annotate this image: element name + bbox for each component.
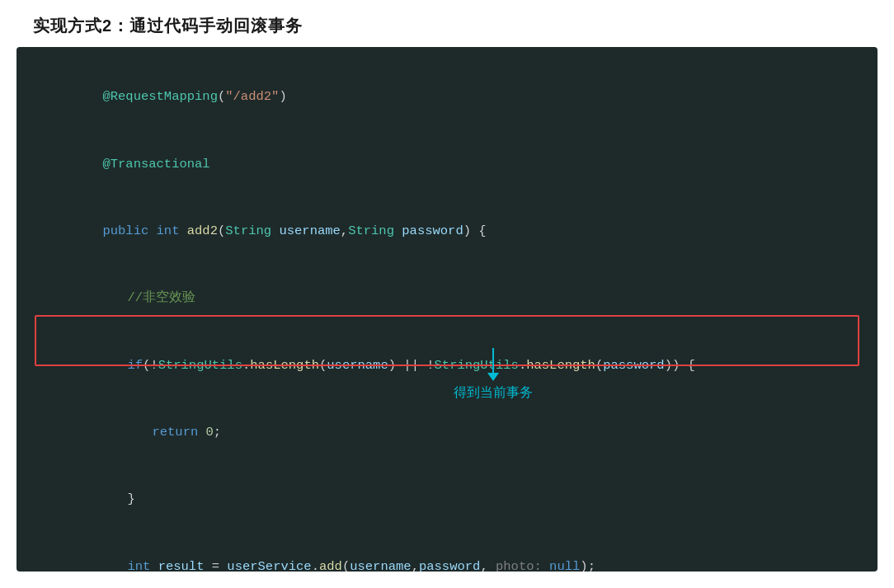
code-block: @RequestMapping("/add2") @Transactional …: [41, 64, 853, 572]
line-7: }: [41, 466, 853, 533]
line-8: int result = userService.add(username,pa…: [41, 534, 853, 572]
line-6: return 0;: [41, 399, 853, 466]
page-container: 实现方式2：通过代码手动回滚事务 @RequestMapping("/add2"…: [0, 0, 894, 588]
title-bar: 实现方式2：通过代码手动回滚事务: [0, 0, 894, 47]
page-title: 实现方式2：通过代码手动回滚事务: [33, 16, 303, 35]
code-container: @RequestMapping("/add2") @Transactional …: [16, 47, 878, 572]
line-2: @Transactional: [41, 130, 853, 197]
line-3: public int add2(String username,String p…: [41, 198, 853, 265]
line-5: if(!StringUtils.hasLength(username) || !…: [41, 332, 853, 399]
line-1: @RequestMapping("/add2"): [41, 64, 853, 130]
line-4: //非空效验: [41, 265, 853, 332]
